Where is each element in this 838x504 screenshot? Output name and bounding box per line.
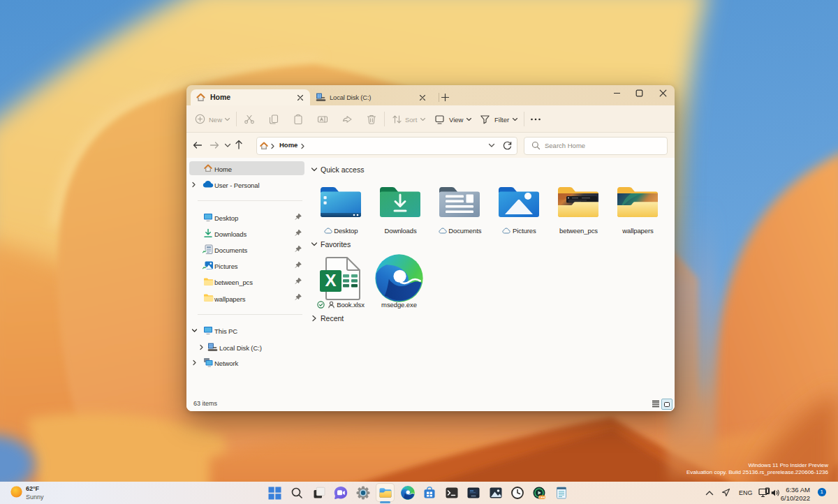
svg-text:CAM: CAM — [538, 496, 545, 499]
svg-text:X: X — [325, 271, 336, 290]
